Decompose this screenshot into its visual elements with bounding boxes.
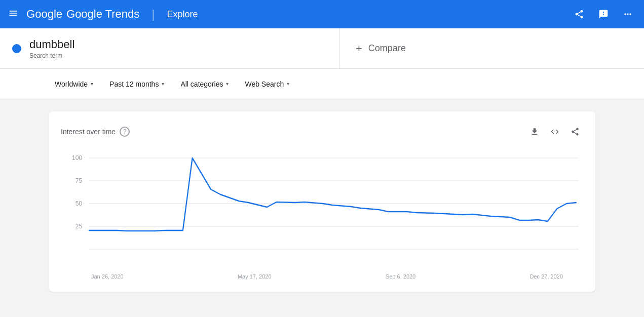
search-type-filter[interactable]: Web Search ▾ <box>239 76 295 92</box>
compare-label: Compare <box>368 43 406 54</box>
download-icon[interactable] <box>526 124 543 140</box>
search-area: dumbbell Search term + Compare <box>0 28 644 69</box>
location-filter-label: Worldwide <box>55 80 88 88</box>
location-filter-arrow: ▾ <box>91 81 93 87</box>
x-label-may: May 17, 2020 <box>238 273 272 280</box>
chart-title-area: Interest over time ? <box>61 127 130 137</box>
category-filter-arrow: ▾ <box>226 81 229 87</box>
header-actions <box>571 6 636 22</box>
google-trends-logo: Google Google Trends <box>26 8 139 21</box>
main-content: Interest over time ? <box>0 99 644 304</box>
category-filter-label: All categories <box>180 80 223 88</box>
search-term-box: dumbbell Search term <box>0 28 339 68</box>
trend-line <box>89 158 576 231</box>
filters-bar: Worldwide ▾ Past 12 months ▾ All categor… <box>0 69 644 99</box>
search-dot <box>12 44 21 53</box>
search-type-filter-arrow: ▾ <box>287 81 289 87</box>
chart-title: Interest over time <box>61 128 116 136</box>
location-filter[interactable]: Worldwide ▾ <box>49 76 99 92</box>
search-type-filter-label: Web Search <box>245 80 284 88</box>
search-term-label: Search term <box>29 52 74 59</box>
x-label-jan: Jan 26, 2020 <box>91 273 124 280</box>
share-chart-icon[interactable] <box>567 124 583 140</box>
time-filter-arrow: ▾ <box>162 81 164 87</box>
category-filter[interactable]: All categories ▾ <box>174 76 235 92</box>
menu-icon[interactable] <box>8 8 18 21</box>
apps-icon[interactable] <box>620 6 636 22</box>
app-header: Google Google Trends | Explore <box>0 0 644 28</box>
chart-header: Interest over time ? <box>61 124 583 140</box>
help-icon[interactable]: ? <box>120 127 130 137</box>
svg-text:75: 75 <box>75 177 83 184</box>
search-term-name: dumbbell <box>29 38 74 51</box>
x-axis-labels: Jan 26, 2020 May 17, 2020 Sep 6, 2020 De… <box>61 269 583 280</box>
feedback-icon[interactable] <box>595 6 612 22</box>
chart-actions <box>526 124 583 140</box>
x-label-sep: Sep 6, 2020 <box>386 273 415 280</box>
svg-text:50: 50 <box>75 200 83 207</box>
chart-container: 100 75 50 25 <box>61 148 583 269</box>
time-filter[interactable]: Past 12 months ▾ <box>103 76 170 92</box>
embed-icon[interactable] <box>547 124 563 140</box>
search-term-text: dumbbell Search term <box>29 38 74 59</box>
header-divider: | <box>151 7 155 21</box>
compare-plus-icon: + <box>356 42 362 55</box>
time-filter-label: Past 12 months <box>109 80 159 88</box>
svg-text:25: 25 <box>75 223 83 230</box>
share-icon[interactable] <box>571 6 587 22</box>
chart-card: Interest over time ? <box>49 111 595 292</box>
svg-text:100: 100 <box>72 154 82 162</box>
x-label-dec: Dec 27, 2020 <box>530 273 563 280</box>
explore-label: Explore <box>167 9 198 20</box>
chart-svg: 100 75 50 25 <box>61 148 583 269</box>
compare-box[interactable]: + Compare <box>339 28 644 68</box>
